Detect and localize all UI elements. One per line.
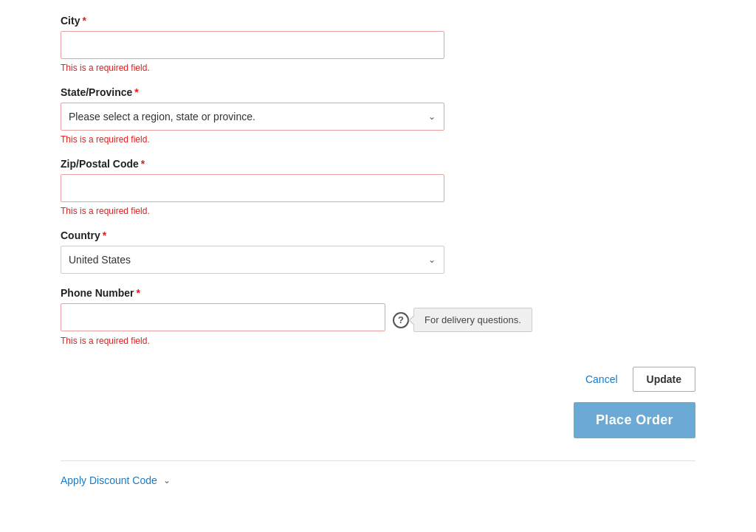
zip-postal-error: This is a required field. <box>61 206 695 216</box>
city-required-star: * <box>82 15 86 27</box>
phone-number-input[interactable] <box>61 303 385 331</box>
phone-number-group: Phone Number* ? For delivery questions. … <box>61 287 695 346</box>
zip-postal-label: Zip/Postal Code* <box>61 158 695 170</box>
chevron-down-icon: ⌄ <box>163 475 171 486</box>
zip-required-star: * <box>141 158 145 170</box>
city-label: City* <box>61 15 695 27</box>
state-province-group: State/Province* Please select a region, … <box>61 86 695 145</box>
phone-tooltip-wrapper: ? For delivery questions. <box>393 308 532 332</box>
phone-number-error: This is a required field. <box>61 336 695 346</box>
discount-row: Apply Discount Code ⌄ <box>61 474 695 486</box>
city-error: This is a required field. <box>61 63 695 73</box>
country-required-star: * <box>103 229 106 241</box>
apply-discount-link[interactable]: Apply Discount Code <box>61 474 157 486</box>
question-mark-icon[interactable]: ? <box>393 312 409 328</box>
form-container: City* This is a required field. State/Pr… <box>0 0 756 532</box>
place-order-button[interactable]: Place Order <box>574 402 695 438</box>
cancel-button[interactable]: Cancel <box>581 367 622 391</box>
state-province-label: State/Province* <box>61 86 695 98</box>
zip-postal-input[interactable] <box>61 174 444 202</box>
country-label: Country* <box>61 229 695 241</box>
state-province-select[interactable]: Please select a region, state or provinc… <box>61 103 444 131</box>
phone-number-label: Phone Number* <box>61 287 695 299</box>
state-province-select-wrapper: Please select a region, state or provinc… <box>61 103 444 131</box>
country-select-wrapper: United States Canada United Kingdom Aust… <box>61 246 444 274</box>
phone-input-wrapper <box>61 303 385 331</box>
city-input[interactable] <box>61 31 444 59</box>
city-group: City* This is a required field. <box>61 15 695 73</box>
country-select[interactable]: United States Canada United Kingdom Aust… <box>61 246 444 274</box>
state-province-error: This is a required field. <box>61 134 695 145</box>
phone-required-star: * <box>137 287 140 299</box>
country-group: Country* United States Canada United Kin… <box>61 229 695 274</box>
section-divider <box>61 460 695 461</box>
place-order-row: Place Order <box>61 402 695 438</box>
phone-row: ? For delivery questions. <box>61 303 695 332</box>
zip-postal-group: Zip/Postal Code* This is a required fiel… <box>61 158 695 216</box>
state-required-star: * <box>134 86 138 98</box>
actions-row: Cancel Update <box>61 367 695 392</box>
phone-tooltip-bubble: For delivery questions. <box>413 308 532 332</box>
update-button[interactable]: Update <box>633 367 695 392</box>
